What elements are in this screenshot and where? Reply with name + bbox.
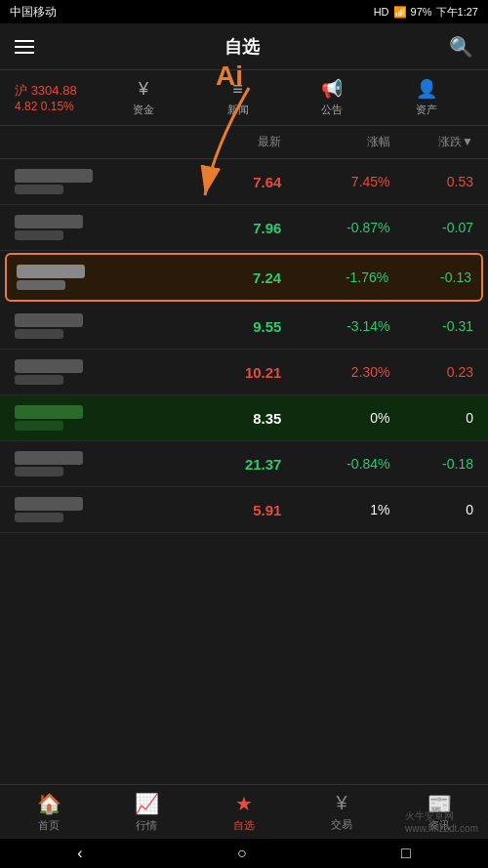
stock-latest: 7.24 (182, 269, 281, 286)
stock-name-placeholder (15, 451, 83, 465)
stock-code-placeholder (15, 375, 63, 385)
stock-change-pct: -3.14% (281, 318, 389, 334)
status-right: HD 📶 97% 下午1:27 (374, 5, 478, 20)
stock-name-col (15, 497, 182, 522)
action-news[interactable]: ≡ 新闻 (227, 79, 249, 117)
nav-trade[interactable]: ¥ 交易 (312, 792, 371, 832)
stock-code-placeholder (15, 513, 63, 522)
signal-icon: 📶 (393, 6, 407, 19)
col-changepct-header: 涨幅 (281, 134, 389, 150)
market-index: 沪 3304.88 4.82 0.15% (15, 82, 77, 113)
stock-change: -0.31 (390, 318, 473, 334)
market-icon: 📈 (135, 792, 159, 815)
stock-change: 0.23 (390, 364, 473, 380)
market-header: 沪 3304.88 4.82 0.15% ¥ 资金 ≡ 新闻 📢 公告 👤 资产 (0, 70, 488, 126)
nav-home[interactable]: 🏠 首页 (20, 792, 78, 833)
stock-name-col (15, 405, 182, 431)
stock-latest: 7.64 (182, 174, 282, 190)
stock-change-pct: 2.30% (281, 364, 389, 380)
stock-name-placeholder (17, 265, 85, 278)
home-label: 首页 (38, 818, 60, 833)
index-change: 4.82 0.15% (15, 100, 77, 113)
index-name: 沪 3304.88 (15, 82, 77, 100)
stock-change-pct: 0% (281, 410, 389, 426)
hd-label: HD (374, 6, 389, 18)
action-announcement[interactable]: 📢 公告 (321, 78, 343, 117)
stock-change-pct: -1.76% (281, 269, 388, 285)
stock-latest: 7.96 (182, 220, 282, 236)
stock-change: -0.07 (390, 220, 473, 235)
stock-change: 0 (390, 502, 473, 517)
system-nav: ‹ ○ □ (0, 839, 488, 868)
announcement-label: 公告 (321, 103, 343, 117)
announcement-icon: 📢 (321, 78, 343, 100)
col-change-header: 涨跌▼ (390, 134, 473, 150)
status-bar: 中国移动 HD 📶 97% 下午1:27 (0, 0, 488, 23)
table-row[interactable]: 5.91 1% 0 (0, 487, 488, 533)
stock-name-col (15, 215, 182, 240)
table-row[interactable]: 9.55 -3.14% -0.31 (0, 304, 488, 350)
search-icon[interactable]: 🔍 (449, 35, 473, 59)
action-capital[interactable]: ¥ 资金 (133, 79, 154, 117)
stock-code-placeholder (17, 280, 65, 290)
stock-code-placeholder (15, 230, 63, 240)
stock-name-placeholder (15, 313, 83, 327)
carrier-label: 中国移动 (10, 4, 57, 21)
back-button[interactable]: ‹ (77, 845, 82, 862)
stock-name-placeholder (15, 359, 83, 373)
table-row[interactable]: 8.35 0% 0 (0, 395, 488, 441)
table-row[interactable]: 21.37 -0.84% -0.18 (0, 441, 488, 487)
table-row[interactable]: 10.21 2.30% 0.23 (0, 350, 488, 395)
stock-change-pct: 1% (281, 502, 389, 517)
trade-icon: ¥ (336, 792, 346, 814)
stock-change: -0.18 (390, 456, 473, 472)
stock-name-col (15, 359, 182, 385)
watchlist-icon: ★ (235, 792, 253, 815)
stock-change-pct: -0.87% (281, 220, 389, 235)
stock-name-placeholder (15, 215, 83, 228)
assets-icon: 👤 (416, 78, 437, 100)
trade-label: 交易 (331, 817, 352, 832)
assets-label: 资产 (416, 103, 437, 117)
stock-code-placeholder (15, 421, 63, 431)
watermark: 火牛安卓网 www.hnzzdt.com (405, 809, 478, 834)
stock-latest: 5.91 (182, 502, 282, 518)
stock-code-placeholder (15, 185, 63, 194)
stock-name-col (15, 451, 182, 476)
time-label: 下午1:27 (436, 5, 478, 20)
stock-change: 0 (390, 410, 473, 426)
stock-name-col (15, 169, 182, 194)
stock-name-col (15, 313, 182, 339)
stock-name-placeholder (15, 405, 83, 419)
stock-change: -0.13 (388, 269, 471, 285)
stock-name-placeholder (15, 497, 83, 511)
home-button[interactable]: ○ (237, 845, 247, 862)
capital-icon: ¥ (139, 79, 148, 100)
stock-latest: 8.35 (182, 410, 282, 427)
watchlist-label: 自选 (233, 818, 255, 833)
stock-latest: 9.55 (182, 318, 282, 335)
recent-button[interactable]: □ (401, 845, 411, 862)
table-row[interactable]: 7.96 -0.87% -0.07 (0, 205, 488, 251)
nav-market[interactable]: 📈 行情 (117, 792, 176, 833)
news-icon: ≡ (232, 79, 243, 100)
col-name-header (15, 134, 182, 150)
hamburger-menu[interactable] (15, 40, 34, 54)
stock-latest: 21.37 (182, 456, 282, 473)
stock-latest: 10.21 (182, 364, 282, 381)
stock-code-placeholder (15, 467, 63, 476)
stock-change-pct: -0.84% (281, 456, 389, 472)
battery-label: 97% (411, 6, 432, 18)
table-row-highlighted[interactable]: 7.24 -1.76% -0.13 (5, 253, 483, 302)
market-label: 行情 (136, 818, 157, 833)
stock-name-col (17, 265, 182, 290)
action-assets[interactable]: 👤 资产 (416, 78, 437, 117)
stock-code-placeholder (15, 329, 63, 339)
stock-list: 7.64 7.45% 0.53 7.96 -0.87% -0.07 7.24 -… (0, 159, 488, 533)
nav-watchlist[interactable]: ★ 自选 (215, 792, 273, 833)
news-label: 新闻 (227, 103, 249, 117)
table-header: 最新 涨幅 涨跌▼ (0, 126, 488, 159)
table-row[interactable]: 7.64 7.45% 0.53 (0, 159, 488, 205)
col-latest-header: 最新 (182, 134, 282, 150)
stock-change-pct: 7.45% (281, 174, 389, 189)
